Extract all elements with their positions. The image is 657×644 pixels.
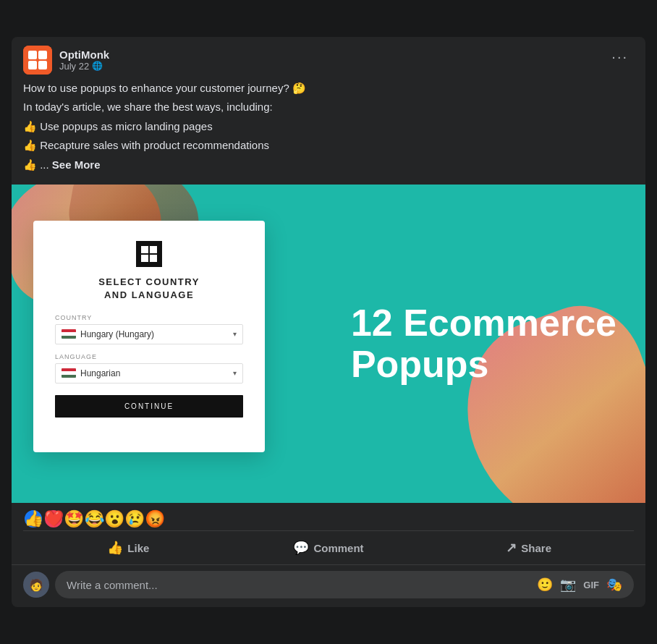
gif-icon[interactable]: GIF — [583, 580, 599, 590]
comment-row: 🧑 Write a comment... 🙂 📷 GIF 🎭 — [12, 564, 645, 607]
post-meta: OptiMonk July 22 🌐 — [59, 48, 109, 72]
continue-button[interactable]: CONTINUE — [55, 395, 243, 418]
action-row: 👍 Like 💬 Comment ↗ Share — [23, 530, 634, 564]
language-chevron-icon: ▾ — [233, 369, 237, 377]
popup-logo-grid — [141, 246, 157, 262]
reaction-sad[interactable]: 😮 — [104, 509, 124, 529]
commenter-avatar-icon: 🧑 — [29, 578, 43, 592]
hungary-flag-icon — [62, 329, 76, 339]
post-image-banner: SELECT COUNTRY AND LANGUAGE COUNTRY Hung… — [12, 185, 645, 503]
language-label: LANGUAGE — [55, 353, 97, 360]
hungary-flag-icon-2 — [62, 368, 76, 378]
privacy-icon: 🌐 — [92, 61, 103, 71]
comment-placeholder[interactable]: Write a comment... — [67, 579, 158, 591]
post-text-line5: 👍 ... See More — [23, 157, 634, 174]
commenter-avatar: 🧑 — [23, 572, 49, 598]
share-button[interactable]: ↗ Share — [429, 534, 628, 562]
post-text-line2: In today's article, we share the best wa… — [23, 99, 634, 116]
post-card: OptiMonk July 22 🌐 ··· How to use popups… — [12, 37, 645, 608]
post-date: July 22 🌐 — [59, 61, 109, 72]
comment-input-wrap[interactable]: Write a comment... 🙂 📷 GIF 🎭 — [55, 571, 634, 598]
logo-cell-4 — [150, 255, 157, 262]
see-more-link[interactable]: See More — [52, 158, 101, 171]
popup-card-preview: SELECT COUNTRY AND LANGUAGE COUNTRY Hung… — [33, 221, 265, 452]
emoji-icon[interactable]: 🙂 — [537, 577, 553, 593]
post-header: OptiMonk July 22 🌐 ··· — [12, 37, 645, 75]
reaction-angry[interactable]: 😢 — [124, 509, 145, 529]
post-body: How to use popups to enhance your custom… — [12, 75, 645, 185]
author-avatar — [23, 46, 52, 75]
post-text-line3: 👍 Use popups as micro landing pages — [23, 119, 634, 135]
country-chevron-icon: ▾ — [233, 330, 237, 338]
share-icon: ↗ — [506, 540, 517, 556]
logo-cell-3 — [141, 255, 148, 262]
comment-button[interactable]: 💬 Comment — [229, 534, 428, 562]
reactions-row: 👍 ❤️ 🤩 😂 😮 😢 😡 — [12, 503, 645, 530]
promo-text: 12 Ecommerce Popups — [351, 302, 616, 385]
sticker-icon[interactable]: 🎭 — [606, 577, 622, 593]
camera-icon[interactable]: 📷 — [560, 577, 576, 593]
more-options-button[interactable]: ··· — [606, 46, 634, 68]
reaction-wow[interactable]: 😂 — [84, 509, 104, 529]
popup-logo — [136, 241, 162, 267]
post-text-line1: How to use popups to enhance your custom… — [23, 80, 634, 97]
reaction-haha[interactable]: 🤩 — [64, 509, 84, 529]
reaction-angry2[interactable]: 😡 — [145, 509, 165, 529]
reaction-love[interactable]: ❤️ — [43, 509, 64, 529]
logo-cell-2 — [150, 246, 157, 253]
comment-action-icons: 🙂 📷 GIF 🎭 — [537, 577, 622, 593]
author-name[interactable]: OptiMonk — [59, 48, 109, 61]
post-header-left: OptiMonk July 22 🌐 — [23, 46, 109, 75]
like-icon: 👍 — [107, 540, 123, 556]
logo-cell-1 — [141, 246, 148, 253]
reaction-like[interactable]: 👍 — [23, 509, 43, 529]
country-select[interactable]: Hungary (Hungary) ▾ — [55, 324, 243, 344]
comment-icon: 💬 — [293, 540, 309, 556]
like-button[interactable]: 👍 Like — [29, 534, 228, 562]
popup-logo-box — [136, 241, 162, 267]
post-text-line4: 👍 Recapture sales with product recommend… — [23, 137, 634, 154]
country-label: COUNTRY — [55, 314, 92, 321]
language-select[interactable]: Hungarian ▾ — [55, 363, 243, 384]
popup-title: SELECT COUNTRY AND LANGUAGE — [98, 276, 200, 302]
